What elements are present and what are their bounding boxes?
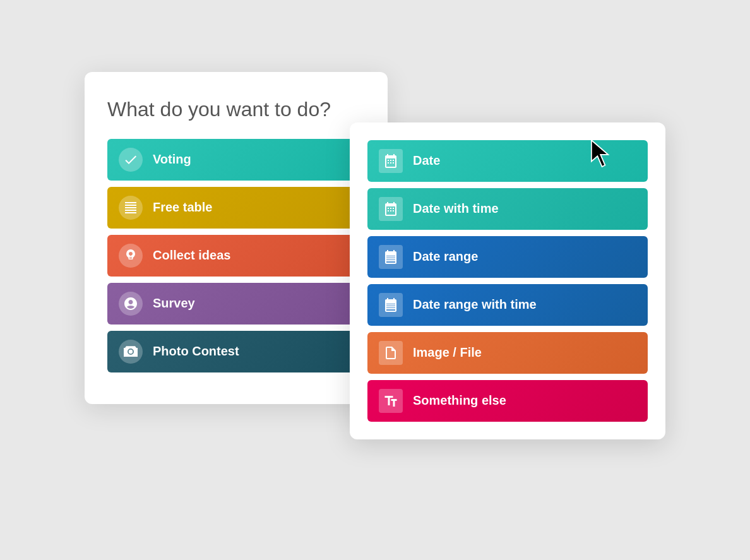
survey-label: Survey — [153, 296, 195, 311]
voting-icon — [119, 148, 143, 172]
imagefile-label: Image / File — [413, 345, 482, 360]
right-card: 31 Date Date with time Date range Date r… — [350, 122, 665, 439]
datewithtime-icon — [379, 197, 403, 221]
ideas-label: Collect ideas — [153, 248, 230, 263]
voting-label: Voting — [153, 152, 191, 167]
menu-item-survey[interactable]: Survey — [107, 283, 365, 325]
menu-item-datewithtime[interactable]: Date with time — [367, 188, 648, 230]
survey-icon — [119, 292, 143, 316]
menu-item-photo[interactable]: Photo Contest — [107, 331, 365, 372]
left-card: What do you want to do? Voting Free tabl… — [85, 72, 388, 404]
freetable-icon — [119, 196, 143, 220]
daterangewithtime-label: Date range with time — [413, 297, 537, 312]
menu-item-voting[interactable]: Voting — [107, 139, 365, 181]
menu-item-imagefile[interactable]: Image / File — [367, 332, 648, 374]
daterange-label: Date range — [413, 249, 478, 264]
imagefile-icon — [379, 341, 403, 365]
menu-item-ideas[interactable]: Collect ideas — [107, 235, 365, 277]
something-icon — [379, 389, 403, 413]
ideas-icon — [119, 244, 143, 268]
datewithtime-label: Date with time — [413, 201, 499, 216]
date-label: Date — [413, 153, 440, 168]
svg-text:31: 31 — [390, 155, 393, 158]
photo-icon — [119, 340, 143, 364]
scene: What do you want to do? Voting Free tabl… — [85, 72, 665, 489]
photo-label: Photo Contest — [153, 344, 239, 359]
menu-item-freetable[interactable]: Free table — [107, 187, 365, 229]
page-title: What do you want to do? — [107, 97, 365, 121]
daterangewithtime-icon — [379, 293, 403, 317]
date-icon: 31 — [379, 149, 403, 173]
menu-item-date[interactable]: 31 Date — [367, 140, 648, 182]
daterange-icon — [379, 245, 403, 269]
menu-item-daterange[interactable]: Date range — [367, 236, 648, 278]
menu-item-daterangewithtime[interactable]: Date range with time — [367, 284, 648, 326]
freetable-label: Free table — [153, 200, 212, 215]
something-label: Something else — [413, 393, 506, 408]
menu-item-something[interactable]: Something else — [367, 380, 648, 422]
